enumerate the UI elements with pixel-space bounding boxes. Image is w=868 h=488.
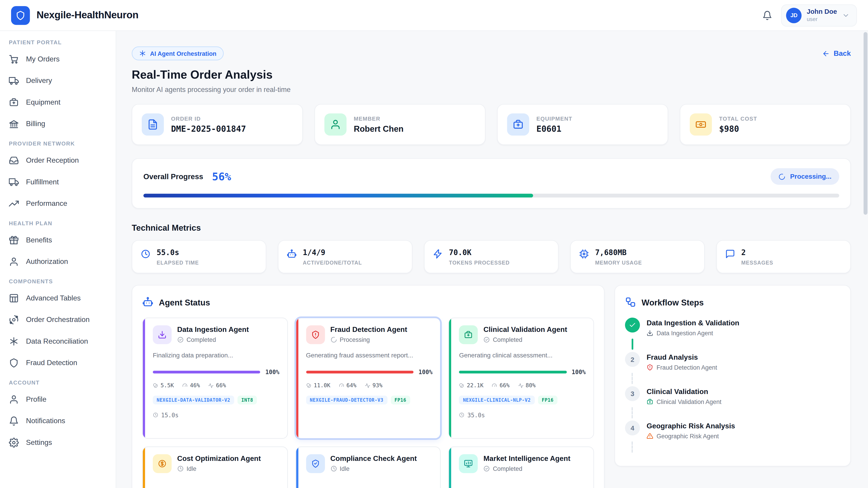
workflow-steps-list: Data Ingestion & Validation Data Ingesti… <box>625 318 840 455</box>
sidebar-item-order-reception[interactable]: Order Reception <box>0 149 116 171</box>
agent-card-data-ingestion[interactable]: Data Ingestion Agent Completed Finalizin… <box>142 318 287 439</box>
step-number: 2 <box>625 352 640 367</box>
sidebar-item-settings[interactable]: Settings <box>0 431 116 453</box>
agent-cpu: 46% <box>190 382 200 388</box>
step-connector <box>631 373 633 384</box>
clock-icon <box>459 412 465 418</box>
info-label: EQUIPMENT <box>536 116 572 122</box>
user-role: user <box>807 16 837 22</box>
metric-label: TOKENS PROCESSED <box>449 260 510 266</box>
sidebar-item-data-reconciliation[interactable]: Data Reconciliation <box>0 330 116 352</box>
avatar: JD <box>786 7 802 23</box>
member-value: Robert Chen <box>354 124 403 133</box>
shield-check-icon <box>311 459 320 468</box>
agent-progress-label: 100% <box>266 368 279 375</box>
step-agent: Geographic Risk Agent <box>656 433 719 439</box>
order-id-value: DME-2025-001847 <box>171 124 246 133</box>
step-number: 3 <box>625 386 640 401</box>
sidebar-item-label: Order Orchestration <box>26 315 90 324</box>
sidebar-item-profile[interactable]: Profile <box>0 388 116 410</box>
shield-alert-icon <box>306 325 324 344</box>
clock-icon <box>153 412 158 418</box>
gear-icon <box>9 437 19 447</box>
memory-usage-card: 7,680MB MEMORY USAGE <box>570 240 705 273</box>
bank-icon <box>9 119 19 129</box>
file-icon <box>147 119 158 130</box>
sidebar-item-fulfillment[interactable]: Fulfillment <box>0 171 116 193</box>
gift-icon <box>9 235 19 245</box>
agent-card-clinical-validation[interactable]: Clinical Validation Agent Completed Gene… <box>448 318 594 439</box>
sidebar-section-components: COMPONENTS <box>0 272 116 287</box>
sidebar-item-performance[interactable]: Performance <box>0 193 116 214</box>
metric-value: 7,680MB <box>595 248 642 257</box>
topbar: Nexgile-HealthNeuron JD John Doe user <box>0 0 868 31</box>
total-cost-value: $980 <box>719 124 757 133</box>
sidebar-item-fraud-detection[interactable]: Fraud Detection <box>0 352 116 374</box>
user-menu[interactable]: JD John Doe user <box>781 4 857 26</box>
sidebar-item-label: Performance <box>26 199 67 207</box>
zap-icon <box>433 249 443 259</box>
truck-icon <box>9 177 19 187</box>
sparkle-icon <box>9 336 19 346</box>
app-logo <box>11 6 30 25</box>
back-button[interactable]: Back <box>822 49 851 58</box>
user-icon <box>324 113 346 135</box>
message-icon <box>725 249 735 259</box>
briefcase-medical-icon <box>464 330 473 339</box>
model-tag: NEXGILE-DATA-VALIDATOR-V2 <box>153 396 234 404</box>
step-agent: Clinical Validation Agent <box>656 398 721 405</box>
sidebar-item-benefits[interactable]: Benefits <box>0 229 116 251</box>
workflow-step-clinical-validation: 3 Clinical Validation Clinical Validatio… <box>625 386 840 405</box>
agent-card-fraud-detection[interactable]: Fraud Detection Agent Processing Generat… <box>296 318 441 439</box>
agent-name: Data Ingestion Agent <box>177 325 249 334</box>
coins-icon <box>459 383 465 388</box>
notifications-bell-icon[interactable] <box>763 10 772 20</box>
elapsed-time-card: 55.0s ELAPSED TIME <box>132 240 266 273</box>
user-name: John Doe <box>807 8 837 16</box>
agent-progress-label: 100% <box>572 368 586 375</box>
quantization-tag: FP16 <box>538 396 557 404</box>
page-scrollbar[interactable] <box>864 32 867 215</box>
agent-card-compliance-check[interactable]: Compliance Check Agent Idle <box>296 447 441 488</box>
sidebar-item-billing[interactable]: Billing <box>0 113 116 135</box>
metric-value: 1/4/9 <box>303 248 362 257</box>
agent-elapsed: 35.0s <box>467 412 485 418</box>
sidebar-item-my-orders[interactable]: My Orders <box>0 48 116 70</box>
agent-status-heading: Agent Status <box>159 297 210 307</box>
step-number: 4 <box>625 420 640 435</box>
metric-label: MESSAGES <box>741 260 773 266</box>
agent-card-market-intelligence[interactable]: Market Intelligence Agent Completed <box>448 447 594 488</box>
agent-card-cost-optimization[interactable]: Cost Optimization Agent Idle <box>142 447 287 488</box>
shield-alert-icon <box>647 364 653 370</box>
sidebar-item-equipment[interactable]: Equipment <box>0 91 116 113</box>
sidebar-item-order-orchestration[interactable]: Order Orchestration <box>0 309 116 330</box>
sidebar-item-label: Settings <box>26 438 52 447</box>
agent-progress-track <box>153 370 260 373</box>
processing-status-label: Processing... <box>790 173 831 180</box>
metric-value: 2 <box>741 248 773 257</box>
step-done-check-icon <box>625 318 640 332</box>
banknote-icon <box>695 119 706 130</box>
agent-status-label: Completed <box>186 336 216 343</box>
page-title: Real-Time Order Analysis <box>132 68 851 81</box>
gauge-icon <box>339 383 344 388</box>
step-connector <box>631 442 633 453</box>
arrow-left-icon <box>822 50 830 57</box>
sidebar-item-label: Order Reception <box>26 156 79 164</box>
check-circle-icon <box>484 465 490 472</box>
member-card: MEMBER Robert Chen <box>314 104 486 145</box>
cart-icon <box>9 54 19 64</box>
banknote-icon <box>690 113 712 135</box>
quantization-tag: FP16 <box>391 396 410 404</box>
shield-check-icon <box>306 454 324 473</box>
sidebar-item-advanced-tables[interactable]: Advanced Tables <box>0 287 116 309</box>
check-circle-icon <box>484 336 490 343</box>
sidebar-section-patient-portal: PATIENT PORTAL <box>0 33 116 48</box>
sidebar-item-label: Fulfillment <box>26 177 59 186</box>
briefcase-medical-icon <box>507 113 529 135</box>
coins-icon <box>153 383 158 388</box>
sidebar-item-authorization[interactable]: Authorization <box>0 251 116 272</box>
sidebar-item-notifications[interactable]: Notifications <box>0 410 116 432</box>
clock-icon <box>330 465 337 472</box>
sidebar-item-delivery[interactable]: Delivery <box>0 70 116 92</box>
